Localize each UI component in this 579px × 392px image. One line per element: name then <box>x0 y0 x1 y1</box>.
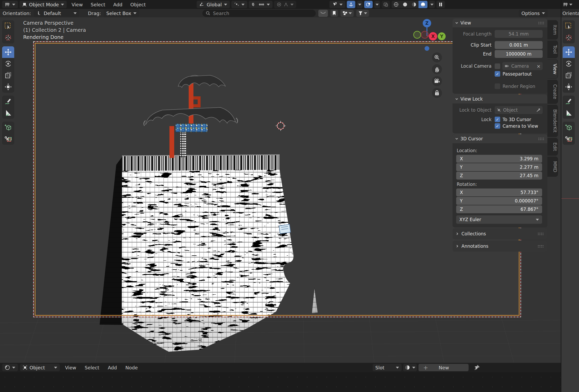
mirror-button[interactable] <box>318 10 328 17</box>
tool-add-cube[interactable] <box>563 122 575 133</box>
pivot-point-dropdown[interactable] <box>231 1 247 8</box>
cursor-location-x[interactable]: X 3.299 m <box>456 155 542 163</box>
shader-type-dropdown[interactable]: Object <box>20 364 60 371</box>
shading-dropdown[interactable] <box>429 1 435 8</box>
xray-toggle[interactable] <box>382 1 390 8</box>
menu-view[interactable]: View <box>68 2 86 7</box>
options-dropdown[interactable]: Options <box>519 9 548 17</box>
menu-object[interactable]: Object <box>127 2 149 7</box>
menu-add[interactable]: Add <box>110 2 126 7</box>
tool-3d-cursor[interactable] <box>563 32 575 43</box>
lock-to-object-field[interactable]: Object <box>495 106 543 114</box>
asset-browser-button[interactable] <box>340 10 354 17</box>
cursor-rotation-y[interactable]: Y 0.000007° <box>456 197 542 205</box>
tab-tool[interactable]: Tool <box>547 41 558 58</box>
tool-rotate[interactable] <box>2 58 14 70</box>
grip-icon[interactable] <box>538 245 544 247</box>
tool-measure[interactable] <box>2 107 14 119</box>
lock-3d-cursor-checkbox[interactable]: ✓ <box>495 117 500 122</box>
tool-measure[interactable] <box>563 107 575 119</box>
node-menu-add[interactable]: Add <box>105 365 120 370</box>
tab-mmd[interactable]: MMD <box>547 157 558 177</box>
tool-rotate[interactable] <box>563 58 575 70</box>
local-camera-checkbox[interactable] <box>495 63 500 69</box>
shading-material-button[interactable] <box>410 1 419 8</box>
material-browse-dropdown[interactable] <box>403 364 417 371</box>
drag-mode-dropdown[interactable]: Select Box <box>104 9 139 17</box>
grip-icon[interactable] <box>538 22 545 24</box>
tool-transform[interactable] <box>2 81 14 93</box>
cursor-rotation-z[interactable]: Z 67.867° <box>456 205 542 213</box>
tool-move[interactable] <box>2 46 14 58</box>
pause-render-button[interactable] <box>436 1 445 8</box>
shading-solid-button[interactable] <box>401 1 410 8</box>
filter-button[interactable] <box>356 10 369 17</box>
camera-view-button[interactable] <box>432 76 442 86</box>
tool-annotate[interactable] <box>2 96 14 107</box>
tool-select-box[interactable] <box>2 20 14 32</box>
panel-view-lock-header[interactable]: View Lock <box>453 95 547 103</box>
node-editor-type-button[interactable] <box>2 364 18 371</box>
snap-dropdown[interactable] <box>249 1 273 8</box>
clear-icon[interactable]: × <box>537 63 541 69</box>
mode-dropdown[interactable]: Object Mode <box>20 1 67 8</box>
panel-annotations[interactable]: Annotations <box>453 241 547 252</box>
camera-to-view-checkbox[interactable]: ✓ <box>495 123 500 129</box>
node-menu-node[interactable]: Node <box>122 365 141 370</box>
tab-blenderkit[interactable]: BlenderKit <box>547 105 558 137</box>
render-region-checkbox[interactable] <box>495 83 500 89</box>
panel-collections[interactable]: Collections <box>453 228 547 239</box>
panel-3d-cursor-header[interactable]: 3D Cursor <box>453 134 547 143</box>
axis-neg-y[interactable] <box>414 31 421 38</box>
transform-orientation-dropdown[interactable]: Global <box>197 1 230 8</box>
overlays-dropdown[interactable] <box>374 1 380 8</box>
grip-icon[interactable] <box>538 138 545 140</box>
overlays-toggle[interactable] <box>364 1 373 8</box>
tool-scale[interactable] <box>2 70 14 81</box>
axis-neg-x[interactable] <box>421 31 429 38</box>
tab-view[interactable]: View <box>547 59 558 79</box>
tool-mmd-knife[interactable] <box>563 133 575 145</box>
grip-icon[interactable] <box>538 233 544 235</box>
tool-3d-cursor[interactable] <box>2 32 14 43</box>
tool-transform[interactable] <box>563 81 575 93</box>
zoom-button[interactable] <box>432 52 442 62</box>
tool-scale[interactable] <box>563 70 575 81</box>
drag-orientation-dropdown[interactable]: Default <box>34 9 80 17</box>
cursor-location-z[interactable]: Z 27.45 m <box>456 172 542 180</box>
gizmo-dropdown[interactable] <box>357 1 363 8</box>
node-editor-canvas[interactable] <box>0 372 561 392</box>
tool-select-box[interactable] <box>563 20 575 32</box>
search-input[interactable] <box>213 11 303 16</box>
node-menu-view[interactable]: View <box>62 365 80 370</box>
panel-view-header[interactable]: View <box>453 18 547 27</box>
pin-icon[interactable] <box>474 365 480 370</box>
tool-mmd-knife[interactable] <box>2 133 14 145</box>
clip-end-field[interactable]: 1000000 m <box>495 50 543 58</box>
shading-rendered-button[interactable] <box>419 1 427 8</box>
tab-create[interactable]: Create <box>547 80 558 104</box>
cursor-rotation-x[interactable]: X 57.733° <box>456 188 542 196</box>
focal-length-field[interactable]: 54.1 mm <box>495 30 543 38</box>
clip-start-field[interactable]: 0.001 m <box>495 41 543 49</box>
cursor-location-y[interactable]: Y 2.277 m <box>456 163 542 171</box>
tool-annotate[interactable] <box>563 96 575 107</box>
viewport-3d[interactable]: Z X Y Camera Perspective (1) Collection … <box>0 17 561 363</box>
pan-button[interactable] <box>432 64 442 74</box>
visibility-dropdown[interactable] <box>329 1 345 8</box>
editor-type-button[interactable] <box>2 1 18 8</box>
bookmark-button[interactable] <box>330 10 338 17</box>
proportional-editing-dropdown[interactable] <box>274 1 296 8</box>
gizmo-toggle[interactable] <box>347 1 355 8</box>
new-material-button[interactable]: + New <box>419 364 469 371</box>
tool-move[interactable] <box>563 46 575 58</box>
lock-view-button[interactable] <box>432 88 442 98</box>
slot-dropdown[interactable]: Slot <box>373 364 402 371</box>
rotation-mode-dropdown[interactable]: XYZ Euler <box>456 215 542 224</box>
passepartout-checkbox[interactable]: ✓ <box>495 71 500 77</box>
eyedropper-icon[interactable] <box>536 108 541 112</box>
shading-wireframe-button[interactable] <box>392 1 401 8</box>
tool-add-cube[interactable] <box>2 122 14 133</box>
axis-neg-z[interactable] <box>425 46 429 51</box>
local-camera-field[interactable]: Camera × <box>502 62 543 70</box>
